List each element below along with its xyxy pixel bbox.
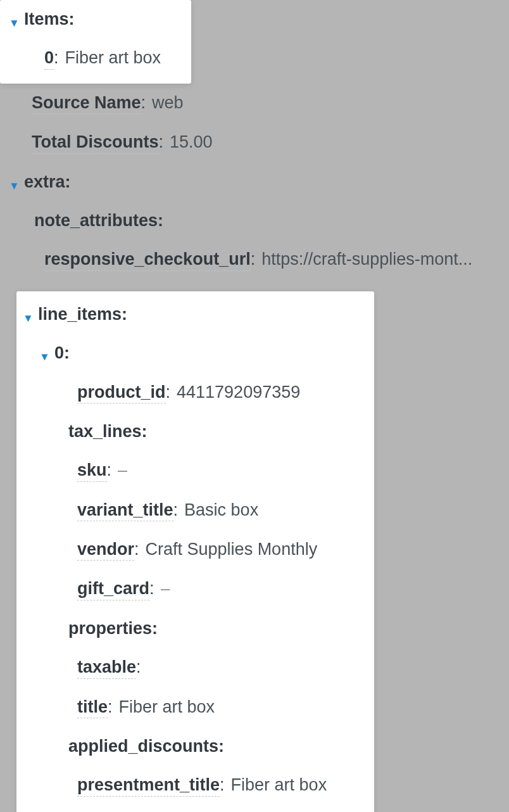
line-items-0-row[interactable]: ▼ 0:	[23, 334, 368, 372]
responsive-checkout-url-row[interactable]: responsive_checkout_url: https://craft-s…	[0, 240, 500, 279]
title-label: title	[77, 697, 108, 718]
line-items-row[interactable]: ▼ line_items:	[23, 295, 368, 334]
right-gutter	[500, 0, 509, 812]
gift-card-label: gift_card	[77, 578, 149, 600]
presentment-title-label: presentment_title	[77, 775, 220, 796]
presentment-title-row[interactable]: presentment_title: Fiber art box	[23, 766, 368, 805]
responsive-checkout-url-value: https://craft-supplies-mont...	[261, 249, 500, 269]
applied-discounts-row[interactable]: applied_discounts:	[23, 727, 368, 766]
items-label: Items:	[24, 9, 81, 30]
variant-title-value: Basic box	[184, 500, 258, 520]
source-name-row[interactable]: Source Name: web	[0, 84, 509, 123]
caret-down-icon[interactable]: ▼	[9, 17, 20, 30]
vendor-value: Craft Supplies Monthly	[146, 539, 318, 559]
items-0-value: Fiber art box	[65, 48, 161, 68]
properties-label: properties:	[68, 618, 164, 639]
total-discounts-value: 15.00	[170, 132, 213, 152]
extra-label: extra:	[24, 172, 77, 193]
gift-card-row[interactable]: gift_card: –	[23, 569, 368, 609]
presentment-title-value: Fiber art box	[231, 775, 327, 795]
total-discounts-label: Total Discounts	[32, 132, 159, 153]
gift-card-value: –	[161, 578, 170, 599]
items-0-row[interactable]: 0: Fiber art box	[9, 39, 191, 78]
product-id-row[interactable]: product_id: 4411792097359	[23, 373, 368, 412]
extra-row[interactable]: ▼ extra:	[0, 163, 509, 201]
title-value: Fiber art box	[119, 697, 215, 717]
source-name-label: Source Name	[32, 92, 141, 114]
caret-down-icon[interactable]: ▼	[23, 312, 34, 325]
product-id-value: 4411792097359	[177, 382, 300, 402]
line-items-0-key: 0:	[54, 343, 76, 364]
sku-row[interactable]: sku: –	[23, 451, 368, 490]
title-row[interactable]: title: Fiber art box	[23, 688, 368, 727]
items-0-key: 0	[44, 48, 54, 69]
presentment-variant-title-row[interactable]: presentment_variant_title: Basic box	[23, 806, 368, 812]
vendor-label: vendor	[77, 539, 134, 561]
line-items-label: line_items:	[38, 304, 134, 325]
source-name-value: web	[152, 92, 184, 113]
taxable-row[interactable]: taxable:	[23, 648, 368, 687]
responsive-checkout-url-label: responsive_checkout_url	[44, 249, 251, 270]
note-attributes-label: note_attributes:	[34, 210, 170, 231]
taxable-label: taxable	[77, 657, 136, 678]
vendor-row[interactable]: vendor: Craft Supplies Monthly	[23, 530, 368, 569]
sku-value: –	[118, 460, 127, 480]
items-card: ▼ Items: 0: Fiber art box	[0, 0, 191, 84]
total-discounts-row[interactable]: Total Discounts: 15.00	[0, 123, 509, 162]
applied-discounts-label: applied_discounts:	[68, 736, 230, 757]
properties-row[interactable]: properties:	[23, 609, 368, 648]
variant-title-label: variant_title	[77, 500, 173, 521]
tax-lines-row[interactable]: tax_lines:	[23, 412, 368, 451]
note-attributes-row[interactable]: note_attributes:	[0, 201, 509, 240]
sku-label: sku	[77, 460, 107, 481]
product-id-label: product_id	[77, 382, 166, 403]
tax-lines-label: tax_lines:	[68, 421, 154, 442]
caret-down-icon[interactable]: ▼	[39, 351, 51, 364]
line-items-card: ▼ line_items: ▼ 0: product_id: 441179209…	[16, 291, 374, 812]
items-row[interactable]: ▼ Items:	[9, 0, 191, 39]
caret-down-icon[interactable]: ▼	[9, 180, 20, 193]
variant-title-row[interactable]: variant_title: Basic box	[23, 491, 368, 530]
